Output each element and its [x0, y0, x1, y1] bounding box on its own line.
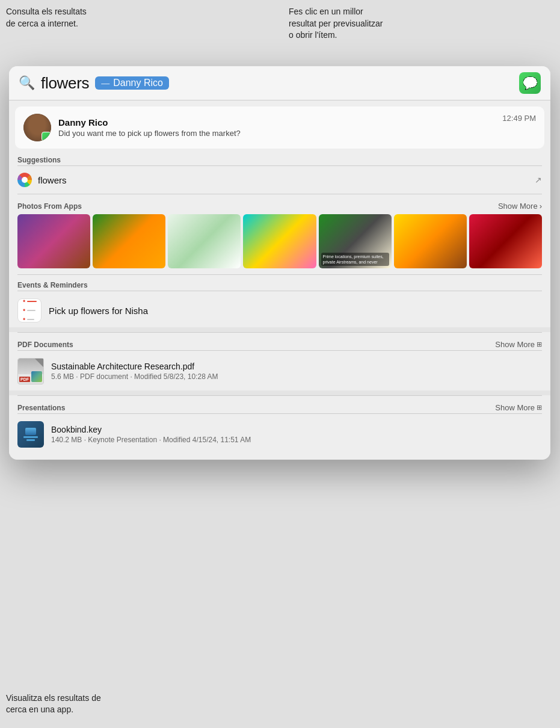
section-gap-2 — [9, 390, 550, 395]
result-message: Did you want me to pick up flowers from … — [58, 129, 495, 138]
suggestion-flowers[interactable]: flowers ↗ — [9, 168, 550, 191]
pdf-show-more-icon: ⊞ — [537, 341, 542, 348]
pdf-show-more-button[interactable]: Show More ⊞ — [495, 340, 542, 349]
reminders-icon: • • • — [17, 298, 42, 322]
spotlight-window: 🔍 flowers — Danny Rico Danny Rico Did yo… — [9, 66, 550, 460]
search-tag-dash: — — [101, 78, 109, 88]
pres-show-more-button[interactable]: Show More ⊞ — [495, 403, 542, 412]
events-item-text: Pick up flowers for Nisha — [49, 306, 148, 316]
photos-show-more-label: Show More — [498, 202, 538, 211]
photo-thumb-6[interactable] — [394, 214, 467, 268]
window-bottom-padding — [9, 454, 550, 460]
pdf-doc-info: Sustainable Architecture Research.pdf 5.… — [51, 362, 542, 381]
result-time: 12:49 PM — [502, 114, 536, 123]
events-header-divider — [17, 291, 542, 291]
events-reminder-item[interactable]: • • • Pick up flowers for Nisha — [9, 294, 550, 327]
search-icon: 🔍 — [19, 75, 35, 91]
pdf-doc-icon: PDF — [17, 358, 44, 384]
pres-doc-info: Bookbind.key 140.2 MB · Keynote Presenta… — [51, 425, 542, 444]
messages-app-icon[interactable] — [519, 72, 541, 94]
pdf-show-more-label: Show More — [495, 340, 535, 349]
search-tag-label: Danny Rico — [113, 78, 163, 88]
annotation-top-right: Fes clic en un millor resultat per previ… — [289, 6, 383, 42]
pdf-section-top-divider — [17, 332, 542, 333]
photo-thumb-3[interactable] — [168, 214, 241, 268]
pres-doc-name: Bookbind.key — [51, 425, 542, 434]
pdf-doc-item[interactable]: PDF Sustainable Architecture Research.pd… — [9, 353, 550, 390]
avatar — [23, 114, 51, 141]
pres-section-title: Presentations — [17, 404, 495, 412]
photo-thumb-1[interactable] — [17, 214, 90, 268]
pres-show-more-label: Show More — [495, 403, 535, 412]
search-query: flowers — [41, 74, 89, 93]
photos-show-more-button[interactable]: Show More › — [498, 202, 542, 211]
avatar-messages-badge — [42, 132, 51, 141]
pres-header-divider — [17, 413, 542, 414]
pdf-section-title: PDF Documents — [17, 341, 495, 349]
photos-section-header: Photos From Apps Show More › — [9, 197, 550, 213]
photos-section-title: Photos From Apps — [17, 202, 498, 211]
annotation-bottom-left: Visualitza els resultats de cerca en una… — [6, 693, 101, 716]
photo-thumb-7[interactable] — [469, 214, 542, 268]
events-section-divider — [17, 274, 542, 275]
events-section-header: Events & Reminders — [9, 277, 550, 291]
pdf-section-header: PDF Documents Show More ⊞ — [9, 335, 550, 350]
suggestion-text: flowers — [38, 175, 529, 185]
result-info: Danny Rico Did you want me to pick up fl… — [58, 117, 495, 138]
safari-icon — [17, 173, 32, 187]
search-bar: 🔍 flowers — Danny Rico — [9, 66, 550, 100]
photos-show-more-arrow: › — [540, 202, 542, 211]
pres-doc-icon — [17, 421, 44, 448]
pdf-doc-meta: 5.6 MB · PDF document · Modified 5/8/23,… — [51, 372, 542, 381]
pres-doc-item[interactable]: Bookbind.key 140.2 MB · Keynote Presenta… — [9, 416, 550, 454]
suggestions-divider — [17, 165, 542, 166]
search-tag: — Danny Rico — [95, 76, 169, 90]
photo-thumb-5[interactable]: Prime locations, premium suites, private… — [319, 214, 392, 268]
photos-grid: Prime locations, premium suites, private… — [9, 213, 550, 274]
result-name: Danny Rico — [58, 117, 495, 128]
section-gap-1 — [9, 327, 550, 332]
pres-doc-meta: 140.2 MB · Keynote Presentation · Modifi… — [51, 436, 542, 444]
photo-thumb-4[interactable] — [243, 214, 316, 268]
pdf-header-divider — [17, 350, 542, 351]
pdf-doc-name: Sustainable Architecture Research.pdf — [51, 362, 542, 371]
photo-thumb-2[interactable] — [93, 214, 165, 268]
suggestion-arrow: ↗ — [535, 175, 542, 185]
pres-section-top-divider — [17, 395, 542, 396]
annotation-top-left: Consulta els resultats de cerca a intern… — [6, 6, 87, 29]
pres-show-more-icon: ⊞ — [537, 404, 542, 412]
best-result-item[interactable]: Danny Rico Did you want me to pick up fl… — [15, 106, 544, 149]
suggestions-header: Suggestions — [9, 152, 550, 165]
photos-section-divider — [17, 194, 542, 194]
pres-section-header: Presentations Show More ⊞ — [9, 398, 550, 413]
